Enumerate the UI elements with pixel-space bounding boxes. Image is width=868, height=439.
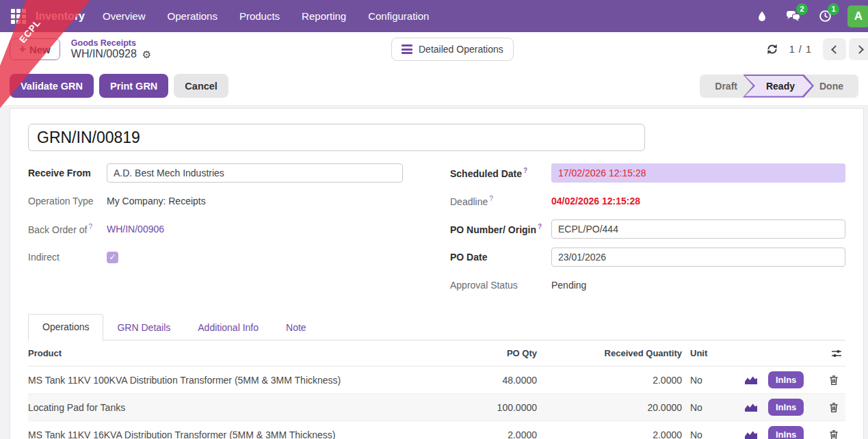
app-name[interactable]: Inventory	[36, 10, 85, 23]
navbar-right: 2 1 A	[753, 5, 860, 27]
activities-badge: 1	[828, 3, 839, 15]
product-name-cell[interactable]: MS Tank 11KV 16KVA Distribution Transfor…	[28, 429, 434, 439]
inins-button[interactable]: InIns	[768, 371, 804, 388]
new-button[interactable]: + New	[10, 38, 60, 60]
notebook-tabs: Operations GRN Details Additional Info N…	[28, 313, 845, 341]
table-row: Locating Pad for Tanks 100.0000 20.0000 …	[28, 394, 845, 421]
messages-badge: 2	[796, 3, 808, 15]
product-name-cell[interactable]: MS Tank 11KV 100KVA Distribution Transfo…	[28, 375, 434, 386]
status-ready-label: Ready	[743, 81, 814, 92]
tab-additional-info[interactable]: Additional Info	[184, 315, 272, 341]
detailed-operations-button[interactable]: Detailed Operations	[391, 38, 514, 61]
breadcrumb-parent-link[interactable]: Goods Receipts	[71, 38, 152, 48]
indirect-label: Indirect	[28, 252, 107, 263]
column-product: Product	[28, 348, 434, 358]
apps-menu-icon[interactable]	[8, 6, 29, 27]
grn-reference-input[interactable]	[28, 124, 645, 151]
breadcrumb-current: WH/IN/00928	[71, 48, 137, 60]
tab-operations[interactable]: Operations	[28, 314, 103, 341]
list-icon	[402, 44, 412, 54]
help-icon: ?	[523, 167, 527, 174]
pager-area: 1 / 1	[766, 38, 858, 60]
forecast-chart-icon[interactable]	[744, 429, 759, 439]
optional-columns-icon[interactable]	[830, 348, 843, 359]
po-number-input[interactable]	[551, 220, 845, 239]
received-qty-cell[interactable]: 2.0000	[537, 375, 682, 386]
field-receive-from: Receive From	[28, 163, 418, 183]
tab-note[interactable]: Note	[272, 315, 320, 341]
validate-grn-button[interactable]: Validate GRN	[10, 74, 94, 98]
menu-products[interactable]: Products	[239, 10, 280, 22]
menu-reporting[interactable]: Reporting	[302, 10, 346, 22]
droplet-icon[interactable]	[753, 8, 771, 25]
status-step-ready[interactable]: Ready	[743, 75, 814, 98]
scheduled-date-label: Scheduled Date?	[450, 167, 551, 179]
menu-operations[interactable]: Operations	[168, 10, 218, 22]
pager-next-button[interactable]	[849, 38, 868, 60]
inins-button[interactable]: InIns	[768, 426, 804, 439]
activities-clock-icon[interactable]: 1	[816, 8, 834, 25]
unit-cell[interactable]: No	[682, 402, 722, 413]
column-received-quantity: Received Quantity	[537, 348, 682, 358]
field-indirect: Indirect ✓	[28, 248, 418, 267]
po-date-input[interactable]	[551, 248, 845, 267]
back-order-link[interactable]: WH/IN/00906	[107, 224, 164, 235]
deadline-label: Deadline?	[450, 195, 551, 207]
control-panel: + New Goods Receipts WH/IN/00928 ⚙ Detai…	[0, 32, 868, 66]
pager-counter: 1 / 1	[789, 44, 812, 55]
action-button-row: Validate GRN Print GRN Cancel Draft Read…	[0, 66, 868, 106]
field-operation-type: Operation Type My Company: Receipts	[28, 191, 418, 211]
field-back-order: Back Order of? WH/IN/00906	[28, 220, 418, 239]
scheduled-date-input[interactable]	[551, 163, 845, 183]
pager-previous-button[interactable]	[823, 38, 846, 60]
menu-overview[interactable]: Overview	[103, 10, 146, 22]
deadline-value: 04/02/2026 12:15:28	[551, 196, 640, 207]
operation-type-label: Operation Type	[28, 196, 107, 207]
po-qty-cell[interactable]: 100.0000	[434, 402, 537, 413]
gear-icon[interactable]: ⚙	[142, 49, 151, 60]
chevron-right-icon	[855, 45, 864, 54]
delete-row-icon[interactable]	[829, 375, 839, 386]
table-row: MS Tank 11KV 16KVA Distribution Transfor…	[28, 421, 845, 439]
operations-table: Product PO Qty Received Quantity Unit MS…	[28, 341, 845, 439]
unit-cell[interactable]: No	[682, 429, 722, 439]
po-qty-cell[interactable]: 48.0000	[434, 375, 537, 386]
back-order-label: Back Order of?	[28, 223, 107, 235]
field-approval-status: Approval Status Pending	[450, 276, 845, 295]
cancel-button[interactable]: Cancel	[174, 74, 228, 98]
po-number-label: PO Number/ Origin?	[450, 223, 551, 235]
messages-icon[interactable]: 2	[785, 8, 802, 25]
field-po-date: PO Date	[450, 248, 845, 267]
forecast-chart-icon[interactable]	[744, 375, 759, 386]
plus-icon: +	[19, 42, 26, 56]
grid-icon	[11, 9, 26, 24]
breadcrumb: Goods Receipts WH/IN/00928 ⚙	[71, 38, 152, 61]
indirect-checkbox[interactable]: ✓	[107, 252, 118, 263]
refresh-icon[interactable]	[766, 43, 778, 55]
po-date-label: PO Date	[450, 252, 551, 263]
top-navbar: Inventory Overview Operations Products R…	[0, 0, 868, 32]
check-icon: ✓	[109, 252, 116, 262]
receive-from-label: Receive From	[28, 168, 107, 178]
new-button-label: New	[29, 44, 51, 55]
user-avatar[interactable]: A	[847, 5, 868, 27]
print-grn-button[interactable]: Print GRN	[99, 74, 168, 98]
po-qty-cell[interactable]: 2.0000	[434, 429, 537, 439]
inins-button[interactable]: InIns	[768, 399, 804, 416]
field-scheduled-date: Scheduled Date?	[450, 163, 845, 183]
field-po-number: PO Number/ Origin?	[450, 220, 845, 239]
menu-configuration[interactable]: Configuration	[368, 10, 429, 22]
table-row: MS Tank 11KV 100KVA Distribution Transfo…	[28, 367, 845, 394]
column-unit: Unit	[682, 348, 722, 358]
received-qty-cell[interactable]: 2.0000	[537, 429, 682, 439]
unit-cell[interactable]: No	[682, 375, 722, 386]
receive-from-input[interactable]	[107, 163, 403, 183]
operation-type-value: My Company: Receipts	[107, 196, 206, 207]
delete-row-icon[interactable]	[829, 402, 839, 413]
product-name-cell[interactable]: Locating Pad for Tanks	[28, 402, 434, 413]
forecast-chart-icon[interactable]	[744, 402, 759, 413]
received-qty-cell[interactable]: 20.0000	[537, 402, 682, 413]
delete-row-icon[interactable]	[829, 429, 839, 439]
approval-status-label: Approval Status	[450, 280, 551, 291]
tab-grn-details[interactable]: GRN Details	[103, 315, 184, 341]
